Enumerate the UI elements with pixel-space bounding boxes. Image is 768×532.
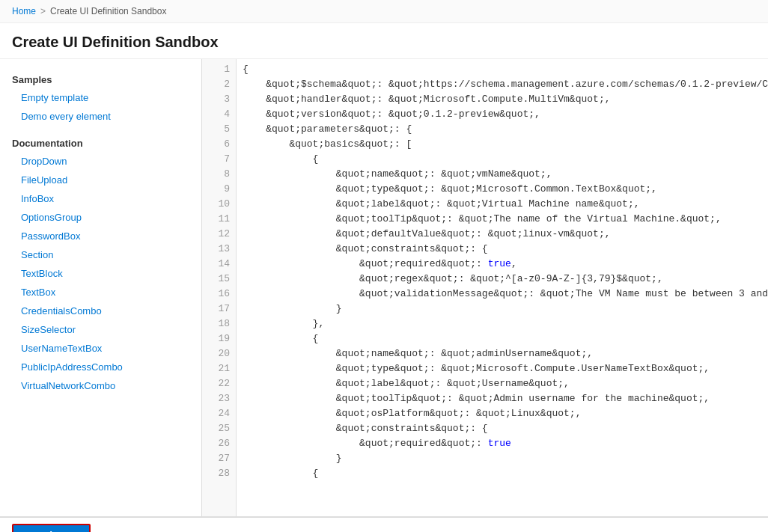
sidebar-item-section[interactable]: Section [0, 245, 201, 264]
sidebar-item-sizeselector[interactable]: SizeSelector [0, 320, 201, 339]
main-layout: Samples Empty template Demo every elemen… [0, 59, 768, 516]
breadcrumb: Home > Create UI Definition Sandbox [0, 0, 768, 23]
code-area: 1234567891011121314151617181920212223242… [202, 59, 768, 516]
code-editor[interactable]: 1234567891011121314151617181920212223242… [202, 59, 768, 516]
sidebar-item-infobox[interactable]: InfoBox [0, 189, 201, 208]
sidebar-item-usernametextbox[interactable]: UserNameTextBox [0, 339, 201, 358]
breadcrumb-home[interactable]: Home [12, 6, 36, 16]
sidebar-item-passwordbox[interactable]: PasswordBox [0, 227, 201, 245]
sidebar-item-dropdown[interactable]: DropDown [0, 152, 201, 171]
bottom-bar: Preview » [0, 516, 768, 532]
preview-button[interactable]: Preview » [12, 524, 91, 532]
samples-section-label: Samples [0, 68, 201, 88]
code-content[interactable]: { &quot;$schema&quot;: &quot;https://sch… [237, 59, 768, 516]
sidebar-item-empty-template[interactable]: Empty template [0, 88, 201, 107]
documentation-section-label: Documentation [0, 132, 201, 152]
breadcrumb-separator: > [40, 6, 46, 16]
sidebar-item-virtualnetworkcombo[interactable]: VirtualNetworkCombo [0, 376, 201, 395]
sidebar-item-fileupload[interactable]: FileUpload [0, 171, 201, 189]
sidebar-item-demo-every-element[interactable]: Demo every element [0, 107, 201, 126]
sidebar-item-credentialscombo[interactable]: CredentialsCombo [0, 302, 201, 320]
sidebar-item-optionsgroup[interactable]: OptionsGroup [0, 208, 201, 227]
sidebar: Samples Empty template Demo every elemen… [0, 59, 202, 516]
sidebar-item-textbox[interactable]: TextBox [0, 283, 201, 302]
breadcrumb-current: Create UI Definition Sandbox [50, 6, 166, 16]
line-numbers: 1234567891011121314151617181920212223242… [202, 59, 237, 516]
sidebar-item-publicipaddresscombo[interactable]: PublicIpAddressCombo [0, 358, 201, 376]
page-title: Create UI Definition Sandbox [0, 23, 768, 59]
sidebar-item-textblock[interactable]: TextBlock [0, 264, 201, 283]
